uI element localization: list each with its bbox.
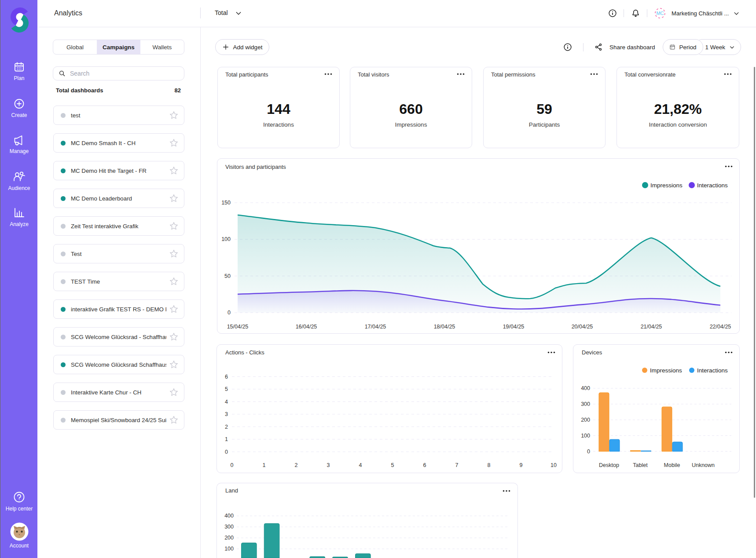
svg-text:400: 400 xyxy=(224,513,234,519)
svg-text:100: 100 xyxy=(224,546,234,552)
svg-text:200: 200 xyxy=(224,535,234,541)
svg-text:300: 300 xyxy=(224,524,234,530)
